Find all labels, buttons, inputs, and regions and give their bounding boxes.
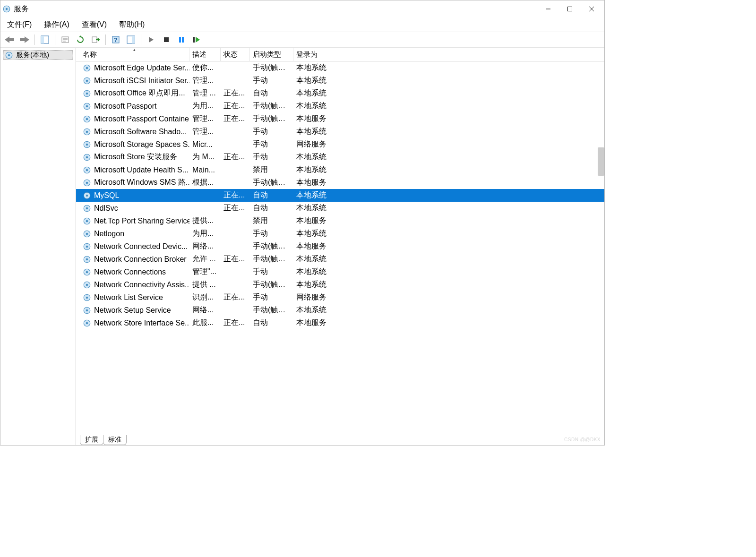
col-header-name[interactable]: ▴名称 xyxy=(80,48,189,61)
menubar: 文件(F) 操作(A) 查看(V) 帮助(H) xyxy=(0,17,604,32)
service-row[interactable]: Netlogon为用...手动本地系统 xyxy=(76,227,604,240)
menu-file[interactable]: 文件(F) xyxy=(5,19,34,31)
cell-desc: 提供... xyxy=(189,216,221,226)
close-button[interactable] xyxy=(581,1,602,17)
service-list[interactable]: Microsoft Edge Update Ser...使你...手动(触发..… xyxy=(76,61,604,433)
menu-action[interactable]: 操作(A) xyxy=(42,19,71,31)
service-row[interactable]: Microsoft Office 即点即用...管理 ...正在...自动本地系… xyxy=(76,87,604,100)
cell-start: 禁用 xyxy=(250,216,293,226)
service-row[interactable]: Network List Service识别...正在...手动网络服务 xyxy=(76,291,604,304)
service-name: Network Setup Service xyxy=(94,306,171,315)
gear-icon xyxy=(83,128,91,136)
svg-text:?: ? xyxy=(114,36,118,43)
cell-start: 手动(触发... xyxy=(250,241,293,251)
gear-icon xyxy=(83,140,91,149)
service-row[interactable]: Network Connection Broker允许 ...正在...手动(触… xyxy=(76,253,604,266)
service-row[interactable]: MySQL正在...自动本地系统 xyxy=(76,189,604,202)
gear-icon xyxy=(83,153,91,162)
service-row[interactable]: Network Setup Service网络...手动(触发...本地系统 xyxy=(76,304,604,317)
console-tree[interactable]: 服务(本地) xyxy=(0,48,76,445)
cell-desc: 此服... xyxy=(189,318,221,328)
svg-point-58 xyxy=(86,283,88,286)
svg-point-48 xyxy=(86,220,88,222)
window-title: 服务 xyxy=(14,4,29,14)
cell-desc: Main... xyxy=(189,166,221,174)
service-name: Microsoft Software Shado... xyxy=(94,128,187,136)
cell-login: 本地系统 xyxy=(293,305,331,315)
show-hide-action-pane-button[interactable] xyxy=(124,33,138,46)
toolbar: ? xyxy=(0,32,604,48)
back-button[interactable] xyxy=(2,33,17,46)
service-row[interactable]: Microsoft Windows SMS 路...根据...手动(触发...本… xyxy=(76,176,604,189)
minimize-button[interactable] xyxy=(537,1,559,17)
cell-desc: 管理... xyxy=(189,76,221,86)
pause-service-button[interactable] xyxy=(174,33,189,46)
cell-login: 本地系统 xyxy=(293,152,331,162)
service-row[interactable]: Net.Tcp Port Sharing Service提供...禁用本地服务 xyxy=(76,214,604,227)
titlebar[interactable]: 服务 xyxy=(0,0,604,17)
svg-rect-18 xyxy=(179,37,181,43)
cell-status: 正在... xyxy=(221,190,250,200)
service-row[interactable]: Network Connectivity Assis...提供 ...手动(触发… xyxy=(76,278,604,291)
service-row[interactable]: NdlSvc正在...自动本地系统 xyxy=(76,202,604,214)
service-row[interactable]: Microsoft Software Shado...管理...手动本地系统 xyxy=(76,125,604,138)
svg-point-26 xyxy=(86,79,88,82)
tree-root-item[interactable]: 服务(本地) xyxy=(3,50,73,60)
service-row[interactable]: Microsoft Edge Update Ser...使你...手动(触发..… xyxy=(76,61,604,74)
stop-service-button[interactable] xyxy=(159,33,173,46)
svg-point-64 xyxy=(86,322,88,324)
col-header-desc[interactable]: 描述 xyxy=(189,48,221,61)
maximize-button[interactable] xyxy=(559,1,581,17)
toolbar-separator xyxy=(105,34,106,45)
cell-name: Microsoft Storage Spaces S... xyxy=(80,140,189,149)
service-row[interactable]: Microsoft Store 安装服务为 M...正在...手动本地系统 xyxy=(76,151,604,163)
gear-icon xyxy=(83,64,91,72)
cell-login: 本地服务 xyxy=(293,318,331,328)
service-row[interactable]: Network Connections管理"...手动本地系统 xyxy=(76,266,604,278)
service-row[interactable]: Network Store Interface Se...此服...正在...自… xyxy=(76,317,604,329)
menu-view[interactable]: 查看(V) xyxy=(80,19,109,31)
body: 服务(本地) ▴名称 描述 状态 启动类型 登录为 Microsoft Edge… xyxy=(0,48,604,445)
help-button[interactable]: ? xyxy=(109,33,123,46)
gear-icon xyxy=(83,166,91,174)
show-hide-tree-button[interactable] xyxy=(38,33,52,46)
service-row[interactable]: Microsoft Update Health S...Main...禁用本地系… xyxy=(76,163,604,176)
service-row[interactable]: Microsoft Passport为用...正在...手动(触发...本地系统 xyxy=(76,100,604,112)
service-row[interactable]: Microsoft iSCSI Initiator Ser...管理...手动本… xyxy=(76,74,604,87)
svg-point-30 xyxy=(86,105,88,107)
scrollbar-thumb[interactable] xyxy=(598,147,604,176)
cell-name: Microsoft Store 安装服务 xyxy=(80,152,189,162)
svg-point-46 xyxy=(86,207,88,209)
svg-rect-19 xyxy=(182,37,184,43)
svg-rect-3 xyxy=(568,7,572,11)
cell-status: 正在... xyxy=(221,254,250,264)
col-header-start[interactable]: 启动类型 xyxy=(250,48,293,61)
svg-point-54 xyxy=(86,258,88,260)
col-header-status[interactable]: 状态 xyxy=(221,48,250,61)
cell-name: NdlSvc xyxy=(80,204,189,213)
cell-name: Microsoft Office 即点即用... xyxy=(80,88,189,98)
cell-login: 本地系统 xyxy=(293,229,331,239)
gear-icon xyxy=(83,204,91,213)
service-row[interactable]: Microsoft Passport Container管理...正在...手动… xyxy=(76,112,604,125)
gear-icon xyxy=(83,268,91,276)
cell-name: Network Setup Service xyxy=(80,306,189,315)
service-row[interactable]: Network Connected Devic...网络...手动(触发...本… xyxy=(76,240,604,253)
start-service-button[interactable] xyxy=(144,33,158,46)
service-row[interactable]: Microsoft Storage Spaces S...Micr...手动网络… xyxy=(76,138,604,151)
cell-login: 本地系统 xyxy=(293,76,331,86)
refresh-button[interactable] xyxy=(73,33,87,46)
tab-standard[interactable]: 标准 xyxy=(103,435,127,445)
cell-start: 手动(触发... xyxy=(250,101,293,111)
tab-extended[interactable]: 扩展 xyxy=(80,435,103,445)
cell-status: 正在... xyxy=(221,101,250,111)
toolbar-separator xyxy=(34,34,35,45)
col-header-login[interactable]: 登录为 xyxy=(293,48,331,61)
tree-root-label: 服务(本地) xyxy=(16,51,49,60)
forward-button[interactable] xyxy=(17,33,32,46)
properties-button[interactable] xyxy=(58,33,72,46)
restart-service-button[interactable] xyxy=(189,33,204,46)
service-name: Network Connected Devic... xyxy=(94,242,188,251)
export-button[interactable] xyxy=(88,33,103,46)
menu-help[interactable]: 帮助(H) xyxy=(117,19,146,31)
